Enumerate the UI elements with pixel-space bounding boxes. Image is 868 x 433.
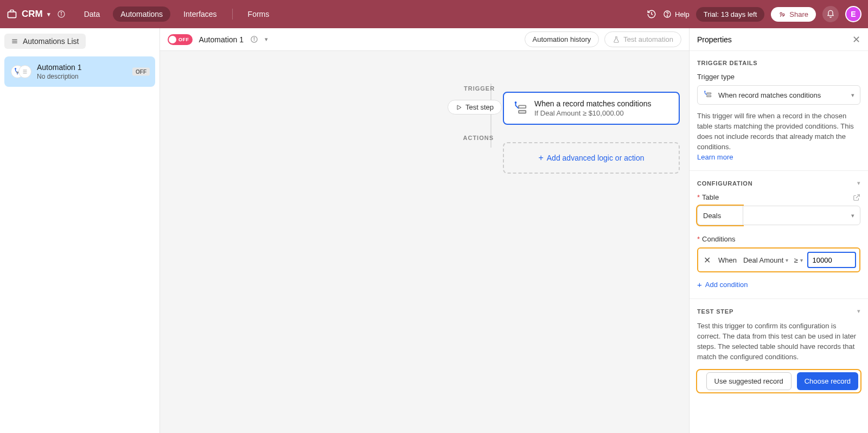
help-button[interactable]: Help — [663, 10, 690, 18]
test-step-heading: TEST STEP — [697, 308, 733, 315]
svg-rect-21 — [519, 105, 526, 108]
help-icon — [663, 10, 672, 18]
add-condition-button[interactable]: + Add condition — [697, 280, 748, 289]
test-automation-button[interactable]: Test automation — [604, 31, 681, 47]
automation-info-icon[interactable] — [250, 35, 258, 43]
configuration-heading: CONFIGURATION — [697, 180, 752, 187]
test-step-buttons: Use suggested record Choose record — [697, 370, 860, 392]
nav-divider — [232, 9, 233, 20]
condition-operator-select[interactable]: ≥▾ — [793, 255, 803, 265]
condition-when-label: When — [716, 256, 739, 264]
conditions-field-label: *Conditions — [697, 235, 860, 243]
share-button[interactable]: Share — [771, 7, 816, 22]
table-select-extra[interactable]: ▾ — [743, 206, 860, 225]
trigger-type-select[interactable]: When record matches conditions ▾ — [697, 85, 860, 105]
automation-dropdown-icon[interactable]: ▾ — [265, 36, 268, 43]
trigger-type-label: Trigger type — [697, 73, 860, 81]
toggle-knob — [169, 36, 176, 43]
nav-data[interactable]: Data — [76, 7, 108, 22]
bell-icon — [826, 10, 835, 18]
automation-card-title: Automation 1 — [37, 63, 82, 72]
app-name: CRM — [22, 9, 43, 20]
automation-card-icons — [11, 65, 31, 79]
share-icon — [778, 10, 786, 18]
flask-icon — [612, 36, 620, 43]
table-field-label: *Table — [697, 193, 719, 201]
condition-icon — [703, 90, 713, 100]
trigger-details-section: TRIGGER DETAILS Trigger type When record… — [690, 51, 868, 171]
svg-point-20 — [515, 101, 517, 103]
trigger-card[interactable]: When a record matches conditions If Deal… — [503, 92, 680, 125]
automation-history-label: Automation history — [533, 35, 591, 43]
trigger-details-heading: TRIGGER DETAILS — [697, 60, 860, 66]
nav-forms[interactable]: Forms — [240, 7, 277, 22]
info-icon[interactable] — [57, 10, 66, 18]
avatar[interactable]: E — [845, 6, 861, 22]
choose-record-button[interactable]: Choose record — [797, 372, 858, 390]
table-select[interactable]: Deals — [697, 206, 743, 225]
nav-automations[interactable]: Automations — [113, 7, 170, 22]
add-action-label: Add advanced logic or action — [547, 154, 644, 162]
use-suggested-record-button[interactable]: Use suggested record — [706, 372, 792, 390]
left-sidebar: Automations List Automation 1 No descrip… — [0, 28, 160, 433]
svg-rect-24 — [707, 93, 711, 94]
automation-card-desc: No description — [37, 73, 82, 80]
condition-field-select[interactable]: Deal Amount▾ — [742, 255, 789, 265]
menu-icon — [11, 37, 18, 45]
automations-list-label: Automations List — [23, 37, 79, 46]
trigger-card-title: When a record matches conditions — [534, 99, 652, 108]
top-nav: Data Automations Interfaces Forms — [76, 7, 277, 22]
learn-more-link[interactable]: Learn more — [697, 153, 733, 161]
canvas[interactable]: TRIGGER Test step When a record matches … — [160, 51, 689, 433]
properties-header: Properties ✕ — [690, 28, 868, 51]
chevron-down-icon[interactable]: ▾ — [857, 180, 860, 187]
topbar: CRM ▾ Data Automations Interfaces Forms … — [0, 0, 868, 28]
test-automation-label: Test automation — [623, 35, 673, 43]
automation-toggle[interactable]: OFF — [168, 34, 193, 45]
svg-point-18 — [254, 37, 254, 38]
remove-condition-icon[interactable]: ✕ — [701, 255, 713, 265]
add-action-button[interactable]: + Add advanced logic or action — [503, 142, 680, 174]
trial-pill[interactable]: Trial: 13 days left — [696, 7, 765, 22]
nav-interfaces[interactable]: Interfaces — [176, 7, 224, 22]
topbar-right: Help Trial: 13 days left Share E — [647, 6, 861, 22]
close-icon[interactable]: ✕ — [852, 35, 860, 44]
chevron-down-icon: ▾ — [851, 212, 854, 219]
trigger-type-value: When record matches conditions — [718, 91, 821, 99]
automation-history-button[interactable]: Automation history — [525, 31, 599, 47]
properties-title: Properties — [697, 35, 732, 44]
test-step-desc: Test this trigger to confirm its configu… — [697, 321, 860, 362]
app-brand[interactable]: CRM ▾ — [7, 9, 50, 20]
canvas-header: OFF Automation 1 ▾ Automation history Te… — [160, 28, 689, 51]
trigger-label: TRIGGER — [464, 85, 494, 92]
automation-card-off-badge: OFF — [132, 68, 150, 76]
plus-icon: + — [538, 153, 543, 163]
properties-panel: Properties ✕ TRIGGER DETAILS Trigger typ… — [690, 28, 868, 433]
svg-rect-0 — [8, 12, 16, 18]
test-step-section: TEST STEP ▾ Test this trigger to confirm… — [690, 299, 868, 400]
trigger-card-subtitle: If Deal Amount ≥ $10,000.00 — [534, 109, 652, 117]
share-label: Share — [789, 10, 808, 18]
chevron-down-icon[interactable]: ▾ — [857, 308, 860, 315]
plus-icon: + — [697, 280, 702, 289]
canvas-column: OFF Automation 1 ▾ Automation history Te… — [160, 28, 690, 433]
test-step-label: Test step — [465, 103, 494, 111]
svg-point-5 — [667, 16, 667, 16]
automation-name[interactable]: Automation 1 — [199, 35, 244, 44]
automation-card[interactable]: Automation 1 No description OFF — [4, 56, 155, 87]
help-label: Help — [675, 10, 690, 18]
automations-list-button[interactable]: Automations List — [4, 34, 86, 49]
test-step-button[interactable]: Test step — [448, 100, 502, 114]
external-link-icon[interactable] — [853, 194, 860, 201]
chevron-down-icon: ▾ — [851, 92, 854, 99]
notifications-button[interactable] — [822, 6, 839, 22]
briefcase-icon — [7, 9, 17, 20]
svg-point-6 — [780, 12, 782, 15]
chevron-down-icon: ▾ — [47, 11, 50, 18]
add-condition-label: Add condition — [705, 281, 748, 289]
play-icon — [456, 104, 462, 111]
history-icon[interactable] — [647, 9, 656, 19]
condition-value-input[interactable] — [807, 252, 856, 268]
svg-point-23 — [704, 91, 705, 92]
svg-rect-22 — [519, 110, 526, 113]
